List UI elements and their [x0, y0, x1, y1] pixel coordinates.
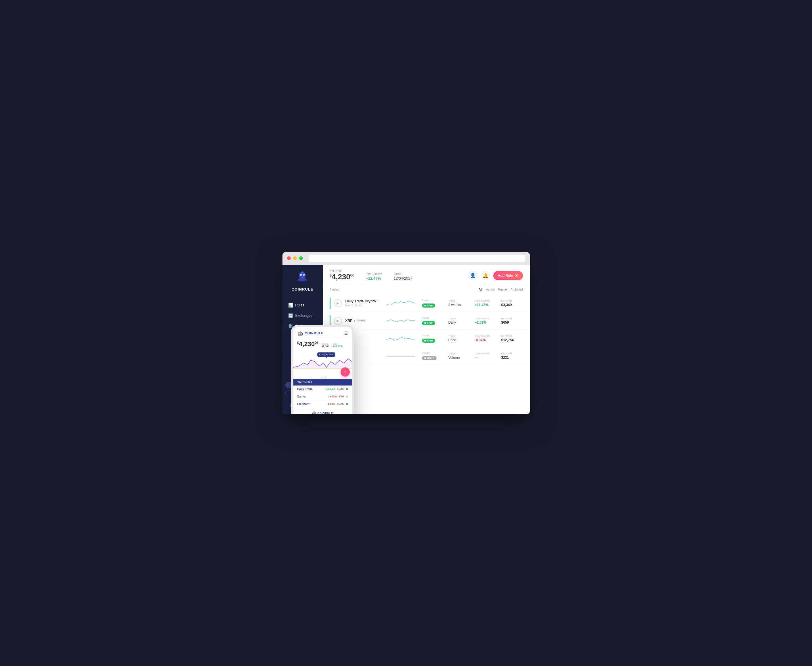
rule-trigger-col: Trigger Price: [448, 335, 471, 342]
rule-chart: [386, 316, 415, 326]
mobile-footer: 🤖 COINRULE © Coinrule Ltd. 2018 All righ…: [293, 408, 352, 414]
sidebar-brand: COINRULE: [292, 287, 313, 292]
svg-rect-6: [302, 277, 303, 277]
status-dot: [424, 305, 426, 307]
mobile-rule-dot: [346, 388, 348, 390]
user-icon-button[interactable]: 👤: [468, 271, 478, 280]
rules-icon: 📊: [288, 303, 293, 308]
rule-trigger-value: 3 weeks: [448, 303, 471, 307]
filter-pause[interactable]: Pause: [498, 287, 507, 292]
mobile-rule-name: Barrier: [297, 395, 327, 398]
rule-chart: [386, 333, 415, 343]
rule-active-bar: [329, 297, 331, 309]
mobile-rule-price: $801: [338, 395, 344, 398]
mobile-started-value: $2,360: [321, 345, 329, 348]
currency-symbol: $: [329, 273, 332, 277]
rule-net-profit-col: Net Profit $3,349: [501, 300, 524, 307]
exchanges-icon: 🔄: [288, 313, 293, 318]
browser-addressbar[interactable]: [309, 255, 525, 262]
mobile-logo-area: 🤖 COINRULE: [297, 331, 324, 336]
rule-profit-value: $231: [501, 356, 524, 359]
mobile-rule-list: Daily Trade +13.45% $1787 Barrier -3.87%…: [293, 386, 352, 408]
mobile-rule-pct: +13.45%: [325, 387, 335, 391]
rule-trigger-col: Trigger Daily: [448, 317, 471, 325]
mobile-started-label: Started: [321, 343, 329, 345]
rule-growth-value: +2.09%: [475, 320, 498, 325]
filter-tabs: All Active Pause Archived: [478, 287, 523, 292]
rule-net-profit-col: Net Profit $659: [501, 317, 524, 325]
mobile-gain-label: Gain: [333, 343, 343, 345]
rule-profit-value: $12,754: [501, 338, 524, 342]
filter-all[interactable]: All: [478, 287, 483, 292]
status-badge: LIVE: [422, 303, 435, 308]
rule-profit-value: $3,349: [501, 303, 524, 307]
mobile-stats: $4,23000 Started $2,360 Gain +46.37%: [293, 338, 352, 350]
mobile-robot-icon: 🤖: [297, 331, 303, 336]
rule-chart: [386, 298, 415, 308]
status-dot: [424, 322, 426, 324]
bell-icon-button[interactable]: 🔔: [481, 271, 491, 280]
mobile-top-bar: 🤖 COINRULE ☰: [293, 327, 352, 338]
rule-daily-growth-col: Daily Growth —: [475, 352, 498, 359]
rule-net-profit-col: Net Profit $12,754: [501, 335, 524, 342]
svg-rect-1: [300, 278, 305, 281]
rules-count: 4 rules: [329, 288, 339, 291]
rule-trigger-col: Trigger 3 weeks: [448, 300, 471, 307]
your-rules-header: Your Rules: [293, 379, 352, 386]
sidebar-item-rules[interactable]: 📊 Rules: [282, 300, 323, 310]
rule-daily-growth-col: Daily Growth +11.47%: [475, 300, 498, 307]
total-growth-value: +11.47%: [366, 276, 382, 280]
mobile-rule-price: $1787: [337, 387, 344, 391]
net-profit-label: Net Profit: [329, 269, 355, 272]
rule-chart: [386, 351, 415, 361]
mobile-gain-block: Gain +46.37%: [333, 343, 343, 348]
list-item[interactable]: Elephant -1.12% $1396: [293, 401, 352, 408]
rule-daily-growth-col: Daily Growth -0.37%: [475, 335, 498, 342]
rule-play-button[interactable]: ▶: [334, 299, 342, 307]
rules-toolbar: 4 rules All Active Pause Archived: [323, 284, 530, 295]
rule-play-button[interactable]: ▶: [334, 317, 342, 325]
rule-trigger-col: Trigger Volume: [448, 352, 471, 359]
total-growth-label: Total Growth: [366, 272, 382, 275]
sidebar-logo-area: COINRULE: [292, 270, 313, 292]
browser-titlebar: [282, 252, 530, 265]
list-item[interactable]: Daily Trade +13.45% $1787: [293, 386, 352, 393]
rule-name: XRP ↑ DEMO: [346, 319, 383, 323]
stats-header: Net Profit $4,23000 Total Growth +11.47%…: [323, 265, 530, 284]
add-rule-icon: ✕: [515, 273, 518, 278]
demo-badge: DEMO: [356, 319, 366, 322]
mobile-add-button[interactable]: +: [341, 368, 350, 377]
status-badge: LIVE: [422, 321, 435, 325]
filter-archived[interactable]: Archived: [511, 287, 523, 292]
rule-name: Daily Trade Crypto ↑: [346, 299, 383, 303]
rule-info: XRP ↑ DEMO: [346, 319, 383, 323]
mobile-rule-dot: [346, 403, 348, 405]
sidebar-item-exchanges[interactable]: 🔄 Exchanges: [282, 310, 323, 321]
dot-red[interactable]: [287, 256, 291, 260]
mobile-rule-pct: -3.87%: [328, 395, 337, 398]
mobile-brand: COINRULE: [305, 331, 324, 335]
mobile-menu-icon[interactable]: ☰: [344, 331, 348, 335]
rule-growth-value: -0.37%: [475, 338, 498, 342]
footer-robot-icon: 🤖: [312, 411, 316, 414]
mobile-content: 🤖 COINRULE ☰ $4,23000 Started $2,360 Gai…: [293, 327, 352, 414]
dot-yellow[interactable]: [293, 256, 297, 260]
status-dot: [424, 357, 426, 359]
list-item[interactable]: Barrier -3.87% $801: [293, 393, 352, 401]
mobile-gain-value: +46.37%: [333, 345, 343, 348]
rule-status-col: Status HOLD: [422, 351, 445, 360]
robot-icon: [295, 270, 310, 285]
filter-active[interactable]: Active: [486, 287, 495, 292]
dot-green[interactable]: [299, 256, 303, 260]
svg-point-4: [301, 274, 301, 275]
status-badge: LIVE: [422, 339, 435, 343]
mobile-footer-brand: COINRULE: [318, 412, 333, 414]
rule-trigger-value: Daily: [448, 320, 471, 325]
mobile-footer-logo: 🤖 COINRULE: [297, 411, 348, 414]
rule-growth-value: —: [475, 356, 498, 359]
rule-net-profit-col: Net Profit $231: [501, 352, 524, 359]
rule-profit-value: $659: [501, 320, 524, 325]
since-label: Since: [394, 272, 412, 275]
add-rule-button[interactable]: Add Rule ✕: [493, 271, 523, 280]
rule-status-col: Status LIVE: [422, 299, 445, 308]
